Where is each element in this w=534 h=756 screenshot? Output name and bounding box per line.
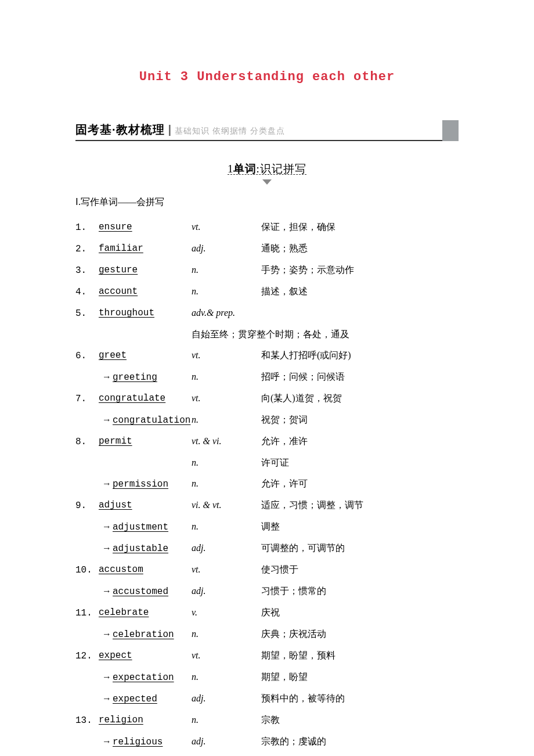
table-row: →religiousadj.宗教的；虔诚的 xyxy=(75,731,459,753)
definition: 许可证 xyxy=(261,452,459,473)
part-of-speech: n. xyxy=(192,409,261,431)
table-row: →greetingn.招呼；问候；问候语 xyxy=(75,366,459,388)
headword: accustom xyxy=(99,564,143,575)
part-of-speech: n. xyxy=(192,260,261,281)
section-banner: 固考基·教材梳理 | 基础知识 依纲据情 分类盘点 xyxy=(75,122,459,141)
entry-number xyxy=(75,538,99,559)
entry-word: →greeting xyxy=(99,366,192,388)
definition xyxy=(261,303,459,324)
derived-word: adjustable xyxy=(113,543,168,554)
part-of-speech: vt. xyxy=(192,345,261,366)
empty-cell xyxy=(75,324,99,345)
entry-number xyxy=(75,581,99,602)
table-row: 8.permitvt. & vi.允许，准许 xyxy=(75,431,459,452)
derived-word: adjustment xyxy=(113,522,168,532)
part-of-speech: adj. xyxy=(192,581,261,602)
entry-word xyxy=(99,452,192,473)
definition: 手势；姿势；示意动作 xyxy=(261,260,459,281)
entry-number: 4. xyxy=(75,281,99,303)
arrow-right-icon: → xyxy=(102,693,111,703)
entry-word: →expected xyxy=(99,688,192,710)
entry-word: accustom xyxy=(99,559,192,581)
subheading-bold: 单词 xyxy=(233,163,257,175)
subheading-rest: :识记拼写 xyxy=(257,163,306,175)
table-row: n.许可证 xyxy=(75,452,459,473)
definition: 宗教的；虔诚的 xyxy=(261,731,459,753)
entry-num-text: 13. xyxy=(75,715,92,726)
definition: 调整 xyxy=(261,516,459,538)
entry-number xyxy=(75,473,99,495)
definition: 和某人打招呼(或问好) xyxy=(261,345,459,366)
entry-word: congratulate xyxy=(99,388,192,409)
arrow-right-icon: → xyxy=(102,521,111,531)
table-row: 6.greetvt.和某人打招呼(或问好) xyxy=(75,345,459,366)
entry-word: →expectation xyxy=(99,667,192,688)
entry-number xyxy=(75,667,99,688)
table-row: →adjustableadj.可调整的，可调节的 xyxy=(75,538,459,559)
entry-word: familiar xyxy=(99,238,192,260)
definition: 期望，盼望，预料 xyxy=(261,645,459,667)
entry-number: 2. xyxy=(75,238,99,260)
entry-word: celebrate xyxy=(99,602,192,624)
part-of-speech: n. xyxy=(192,473,261,495)
table-row: →expectedadj.预料中的，被等待的 xyxy=(75,688,459,710)
entry-number: 9. xyxy=(75,495,99,516)
arrow-right-icon: → xyxy=(102,478,111,488)
headword: congratulate xyxy=(99,393,165,404)
empty-cell xyxy=(99,324,192,345)
section-accent-block xyxy=(442,120,459,141)
definition: 轻微的 xyxy=(261,753,459,756)
part-of-speech: n. xyxy=(192,452,261,473)
entry-word: throughout xyxy=(99,303,192,324)
table-row: 14.slightadj.轻微的 xyxy=(75,753,459,756)
entry-word: gesture xyxy=(99,260,192,281)
entry-num-text: 2. xyxy=(75,244,86,254)
entry-num-text: 5. xyxy=(75,308,86,319)
definition: 招呼；问候；问候语 xyxy=(261,366,459,388)
headword: account xyxy=(99,286,138,297)
entry-num-text: 3. xyxy=(75,265,86,276)
table-row: 自始至终；贯穿整个时期；各处，通及 xyxy=(75,324,459,345)
definition: 适应，习惯；调整，调节 xyxy=(261,495,459,516)
entry-num-text: 8. xyxy=(75,437,86,447)
part-of-speech: n. xyxy=(192,366,261,388)
headword: greet xyxy=(99,350,127,361)
entry-word: adjust xyxy=(99,495,192,516)
headword: familiar xyxy=(99,243,143,254)
entry-num-text: 6. xyxy=(75,351,86,361)
entry-word: greet xyxy=(99,345,192,366)
derived-word: permission xyxy=(113,479,168,489)
vocabulary-table: 1.ensurevt.保证，担保，确保2.familiaradj.通晓；熟悉3.… xyxy=(75,217,459,756)
part-of-speech: adj. xyxy=(192,238,261,260)
definition: 通晓；熟悉 xyxy=(261,238,459,260)
table-row: 2.familiaradj.通晓；熟悉 xyxy=(75,238,459,260)
headword: ensure xyxy=(99,222,132,232)
entry-number xyxy=(75,366,99,388)
arrow-right-icon: → xyxy=(102,629,111,639)
definition-continued: 自始至终；贯穿整个时期；各处，通及 xyxy=(192,324,459,345)
entry-number: 8. xyxy=(75,431,99,452)
arrow-right-icon: → xyxy=(102,415,111,424)
definition: 使习惯于 xyxy=(261,559,459,581)
part-of-speech: n. xyxy=(192,710,261,731)
entry-num-text: 4. xyxy=(75,287,86,297)
arrow-right-icon: → xyxy=(102,586,111,596)
section-sub-text: 基础知识 依纲据情 分类盘点 xyxy=(175,126,285,135)
definition: 保证，担保，确保 xyxy=(261,217,459,238)
derived-word: religious xyxy=(113,737,163,747)
section-separator: | xyxy=(168,123,172,136)
derived-word: expectation xyxy=(113,672,174,683)
arrow-right-icon: → xyxy=(102,372,111,381)
headword: celebrate xyxy=(99,607,149,618)
headword: religion xyxy=(99,715,143,725)
definition: 允许，许可 xyxy=(261,473,459,495)
part-of-speech: adj. xyxy=(192,538,261,559)
table-row: 13.religionn.宗教 xyxy=(75,710,459,731)
part-of-speech: adj. xyxy=(192,688,261,710)
table-row: 3.gesturen.手势；姿势；示意动作 xyxy=(75,260,459,281)
definition: 预料中的，被等待的 xyxy=(261,688,459,710)
derived-word: greeting xyxy=(113,372,157,383)
definition: 期望，盼望 xyxy=(261,667,459,688)
entry-number: 1. xyxy=(75,217,99,238)
entry-num-text: 12. xyxy=(75,651,92,661)
